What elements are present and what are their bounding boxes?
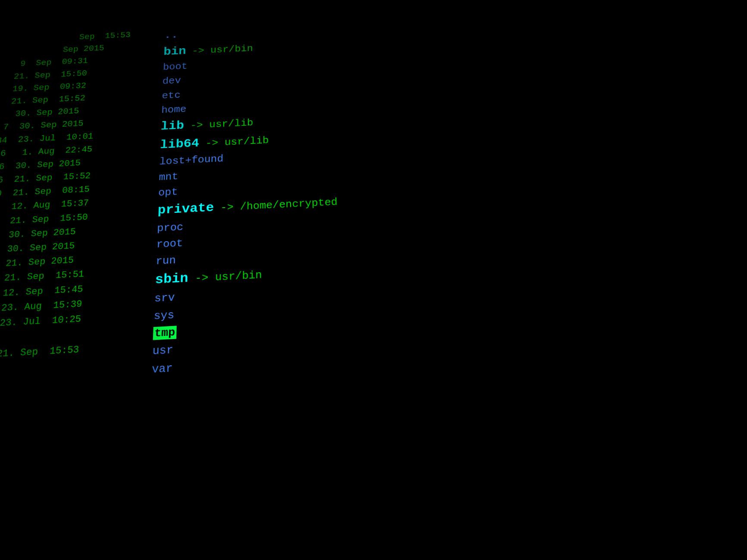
terminal-content: Sep 15:53 Sep 2015 9 Sep 09:31 21. Sep 1…: [0, 0, 747, 560]
right-panel: .. bin -> usr/bin boot dev etc: [131, 0, 747, 560]
left-panel: Sep 15:53 Sep 2015 9 Sep 09:31 21. Sep 1…: [0, 25, 161, 560]
terminal-window: Sep 15:53 Sep 2015 9 Sep 09:31 21. Sep 1…: [0, 0, 747, 560]
